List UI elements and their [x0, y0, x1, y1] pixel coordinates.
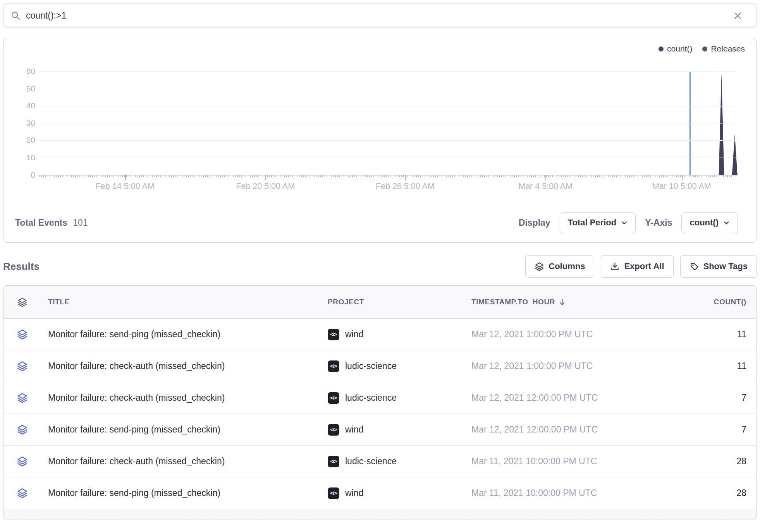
- project-name: ludic-science: [345, 393, 397, 403]
- stack-icon[interactable]: [17, 424, 28, 435]
- row-title: Monitor failure: send-ping (missed_check…: [41, 424, 328, 435]
- search-icon: [10, 10, 21, 21]
- chart-plot-area: 0102030405060: [39, 55, 738, 175]
- export-all-button[interactable]: Export All: [601, 255, 673, 278]
- events-chart-panel: count() Releases 0102030405060 Feb 14 5:…: [3, 38, 757, 243]
- y-tick-label: 30: [15, 118, 35, 128]
- x-tick-label: Feb 20 5:00 AM: [236, 182, 295, 191]
- row-title: Monitor failure: check-auth (missed_chec…: [41, 361, 328, 371]
- table-row[interactable]: Monitor failure: send-ping (missed_check…: [3, 319, 757, 350]
- gridline: 20: [39, 140, 738, 141]
- project-platform-icon: </>: [328, 392, 339, 404]
- search-input[interactable]: [26, 10, 733, 21]
- table-row[interactable]: Monitor failure: send-ping (missed_check…: [3, 477, 757, 509]
- y-tick-label: 60: [15, 67, 35, 76]
- legend-item-count[interactable]: count(): [659, 44, 692, 54]
- column-header-timestamp[interactable]: TIMESTAMP.TO_HOUR: [468, 298, 655, 306]
- project-platform-icon: </>: [328, 487, 339, 499]
- x-tick-label: Mar 10 5:00 AM: [652, 182, 711, 191]
- row-title: Monitor failure: send-ping (missed_check…: [41, 329, 328, 340]
- row-count: 11: [655, 361, 746, 371]
- legend-dot-releases-icon: [702, 46, 707, 51]
- project-name: wind: [345, 329, 363, 340]
- row-timestamp: Mar 12, 2021 12:00:00 PM UTC: [468, 424, 655, 435]
- gridline: 60: [39, 71, 738, 72]
- total-events-label: Total Events: [15, 218, 67, 228]
- legend-dot-count-icon: [659, 46, 664, 51]
- project-platform-icon: </>: [328, 456, 339, 467]
- row-count: 28: [655, 488, 746, 498]
- project-platform-icon: </>: [328, 329, 339, 340]
- y-tick-label: 50: [15, 84, 35, 93]
- row-count: 7: [655, 393, 746, 403]
- x-tick-label: Feb 26 5:00 AM: [376, 182, 435, 191]
- yaxis-dropdown[interactable]: count(): [681, 212, 738, 233]
- discover-page: count() Releases 0102030405060 Feb 14 5:…: [0, 0, 760, 523]
- table-row[interactable]: Monitor failure: check-auth (missed_chec…: [3, 446, 757, 477]
- table-body: Monitor failure: send-ping (missed_check…: [3, 319, 757, 509]
- row-title: Monitor failure: check-auth (missed_chec…: [41, 393, 328, 403]
- y-tick-label: 0: [15, 170, 35, 180]
- stack-icon[interactable]: [17, 360, 28, 372]
- chart-footer: Total Events 101 Display Total Period Y-…: [3, 212, 757, 233]
- tag-icon: [690, 262, 699, 271]
- gridline: 40: [39, 106, 738, 106]
- row-timestamp: Mar 11, 2021 10:00:00 PM UTC: [468, 488, 655, 498]
- layers-icon: [535, 262, 544, 271]
- row-count: 11: [655, 329, 746, 340]
- chart-legend: count() Releases: [3, 38, 757, 54]
- show-tags-button[interactable]: Show Tags: [680, 255, 757, 278]
- gridline: 50: [39, 89, 738, 89]
- row-title: Monitor failure: send-ping (missed_check…: [41, 488, 328, 498]
- row-timestamp: Mar 12, 2021 1:00:00 PM UTC: [468, 329, 655, 340]
- project-platform-icon: </>: [328, 424, 339, 436]
- yaxis-label: Y-Axis: [645, 218, 672, 228]
- stack-icon[interactable]: [17, 456, 28, 467]
- gridline: 10: [39, 158, 738, 158]
- yaxis-dropdown-value: count(): [690, 218, 719, 228]
- column-header-project[interactable]: PROJECT: [328, 298, 468, 306]
- x-tick-label: Mar 4 5:00 AM: [518, 182, 573, 191]
- display-dropdown-value: Total Period: [568, 218, 617, 228]
- stack-icon[interactable]: [17, 329, 28, 340]
- stack-icon[interactable]: [17, 487, 28, 499]
- gridline: 30: [39, 123, 738, 124]
- project-name: ludic-science: [345, 456, 397, 467]
- stack-column-icon[interactable]: [17, 297, 28, 307]
- table-row[interactable]: Monitor failure: send-ping (missed_check…: [3, 414, 757, 446]
- search-bar: [3, 3, 757, 28]
- table-header-row: TITLE PROJECT TIMESTAMP.TO_HOUR COUNT(): [3, 286, 757, 319]
- row-timestamp: Mar 12, 2021 12:00:00 PM UTC: [468, 393, 655, 403]
- row-timestamp: Mar 11, 2021 10:00:00 PM UTC: [468, 456, 655, 467]
- chevron-down-icon: [621, 220, 628, 226]
- y-tick-label: 40: [15, 101, 35, 110]
- x-axis-labels: Feb 14 5:00 AMFeb 20 5:00 AMFeb 26 5:00 …: [39, 175, 738, 193]
- display-dropdown[interactable]: Total Period: [560, 212, 636, 233]
- row-timestamp: Mar 12, 2021 1:00:00 PM UTC: [468, 361, 655, 371]
- row-title: Monitor failure: check-auth (missed_chec…: [41, 456, 328, 467]
- table-footer-strip: [3, 509, 757, 520]
- column-header-title[interactable]: TITLE: [41, 298, 328, 306]
- legend-item-releases[interactable]: Releases: [702, 44, 745, 54]
- legend-label: count(): [667, 44, 692, 53]
- table-row[interactable]: Monitor failure: check-auth (missed_chec…: [3, 382, 757, 414]
- legend-label: Releases: [711, 44, 745, 53]
- project-name: wind: [345, 424, 363, 435]
- total-events-value: 101: [73, 218, 88, 228]
- project-platform-icon: </>: [328, 360, 339, 372]
- clear-search-icon[interactable]: [733, 11, 743, 21]
- column-header-count[interactable]: COUNT(): [655, 298, 746, 306]
- columns-button[interactable]: Columns: [525, 255, 594, 278]
- results-heading: Results: [3, 261, 40, 273]
- y-tick-label: 20: [15, 136, 35, 145]
- results-table: TITLE PROJECT TIMESTAMP.TO_HOUR COUNT() …: [3, 285, 757, 520]
- table-row[interactable]: Monitor failure: check-auth (missed_chec…: [3, 350, 757, 382]
- row-count: 7: [655, 424, 746, 435]
- display-label: Display: [519, 218, 550, 228]
- y-tick-label: 10: [15, 153, 35, 162]
- project-name: ludic-science: [345, 361, 397, 371]
- x-tick-label: Feb 14 5:00 AM: [96, 182, 155, 191]
- stack-icon[interactable]: [17, 392, 28, 403]
- results-header-row: Results Columns Export All Show Tags: [3, 255, 757, 278]
- row-count: 28: [655, 456, 746, 467]
